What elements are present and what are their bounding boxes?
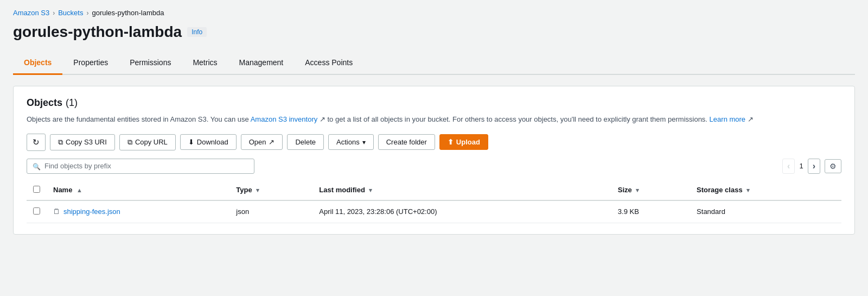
table-header: Name ▲ Type ▾ Last modified ▾ Size ▾ bbox=[27, 180, 841, 200]
tabs-container: Objects Properties Permissions Metrics M… bbox=[13, 52, 855, 75]
breadcrumb-sep-1: › bbox=[53, 9, 55, 17]
actions-button[interactable]: Actions bbox=[328, 134, 374, 150]
search-input[interactable] bbox=[44, 162, 248, 170]
row-last-modified-cell: April 11, 2023, 23:28:06 (UTC+02:00) bbox=[312, 200, 611, 223]
table-body: 🗒 shipping-fees.json json April 11, 2023… bbox=[27, 200, 841, 223]
page-number: 1 bbox=[799, 162, 803, 170]
open-icon bbox=[269, 138, 275, 146]
breadcrumb-amazon-s3[interactable]: Amazon S3 bbox=[13, 9, 49, 17]
card-description: Objects are the fundamental entities sto… bbox=[27, 114, 841, 125]
tab-objects[interactable]: Objects bbox=[13, 52, 62, 75]
col-storage-class[interactable]: Storage class ▾ bbox=[690, 180, 841, 200]
tab-metrics[interactable]: Metrics bbox=[182, 52, 228, 75]
row-type-cell: json bbox=[229, 200, 312, 223]
page-title-row: gorules-python-lambda Info bbox=[13, 23, 855, 41]
card-title: Objects bbox=[27, 97, 62, 109]
search-pagination-row: 1 bbox=[27, 159, 841, 174]
settings-icon bbox=[829, 162, 837, 171]
table-row: 🗒 shipping-fees.json json April 11, 2023… bbox=[27, 200, 841, 223]
card-header: Objects (1) bbox=[27, 97, 841, 109]
last-modified-sort-icon: ▾ bbox=[369, 187, 372, 193]
copy-s3-icon bbox=[58, 138, 63, 147]
external-icon-learn: ↗ bbox=[748, 115, 754, 123]
file-icon: 🗒 bbox=[53, 207, 60, 216]
size-sort-icon: ▾ bbox=[636, 187, 639, 193]
external-icon-s3: ↗ bbox=[320, 115, 328, 123]
pagination-controls: 1 bbox=[782, 159, 841, 174]
learn-more-link[interactable]: Learn more bbox=[710, 115, 745, 123]
select-all-checkbox[interactable] bbox=[33, 186, 40, 193]
breadcrumb: Amazon S3 › Buckets › gorules-python-lam… bbox=[13, 9, 855, 17]
delete-button[interactable]: Delete bbox=[287, 134, 324, 150]
page-title: gorules-python-lambda bbox=[13, 23, 182, 41]
prev-page-button[interactable] bbox=[782, 159, 795, 174]
row-name-cell: 🗒 shipping-fees.json bbox=[47, 200, 229, 223]
table-header-row: Name ▲ Type ▾ Last modified ▾ Size ▾ bbox=[27, 180, 841, 200]
tab-properties[interactable]: Properties bbox=[62, 52, 119, 75]
row-size-cell: 3.9 KB bbox=[611, 200, 690, 223]
next-page-button[interactable] bbox=[808, 159, 820, 174]
col-name[interactable]: Name ▲ bbox=[47, 180, 229, 200]
col-size[interactable]: Size ▾ bbox=[611, 180, 690, 200]
breadcrumb-buckets[interactable]: Buckets bbox=[58, 9, 83, 17]
search-box[interactable] bbox=[27, 159, 254, 174]
tab-management[interactable]: Management bbox=[228, 52, 295, 75]
content-card: Objects (1) Objects are the fundamental … bbox=[13, 86, 855, 235]
copy-url-icon bbox=[127, 138, 132, 147]
storage-sort-icon: ▾ bbox=[746, 187, 750, 193]
refresh-icon bbox=[33, 137, 40, 147]
toolbar: Copy S3 URI Copy URL Download Open Delet… bbox=[27, 134, 841, 151]
card-count: (1) bbox=[66, 97, 78, 109]
row-storage-class-cell: Standard bbox=[690, 200, 841, 223]
copy-s3-uri-button[interactable]: Copy S3 URI bbox=[50, 134, 115, 150]
file-name-link[interactable]: shipping-fees.json bbox=[63, 207, 120, 216]
upload-icon bbox=[448, 138, 454, 146]
row-checkbox[interactable] bbox=[33, 207, 40, 215]
table-settings-button[interactable] bbox=[825, 159, 841, 173]
col-last-modified[interactable]: Last modified ▾ bbox=[312, 180, 611, 200]
objects-table: Name ▲ Type ▾ Last modified ▾ Size ▾ bbox=[27, 180, 841, 223]
create-folder-button[interactable]: Create folder bbox=[378, 134, 435, 150]
download-icon bbox=[188, 138, 194, 146]
tab-access-points[interactable]: Access Points bbox=[294, 52, 363, 75]
select-all-col bbox=[27, 180, 47, 200]
chevron-left-icon bbox=[787, 162, 790, 171]
chevron-right-icon bbox=[813, 162, 815, 171]
col-type[interactable]: Type ▾ bbox=[229, 180, 312, 200]
copy-url-button[interactable]: Copy URL bbox=[119, 134, 176, 150]
search-icon bbox=[33, 162, 41, 171]
open-button[interactable]: Open bbox=[241, 134, 283, 150]
upload-button[interactable]: Upload bbox=[439, 134, 488, 150]
breadcrumb-current: gorules-python-lambda bbox=[92, 9, 164, 17]
actions-chevron-icon bbox=[362, 138, 366, 146]
row-checkbox-cell bbox=[27, 200, 47, 223]
refresh-button[interactable] bbox=[27, 134, 46, 151]
breadcrumb-sep-2: › bbox=[86, 9, 88, 17]
tab-permissions[interactable]: Permissions bbox=[119, 52, 182, 75]
name-sort-icon: ▲ bbox=[76, 187, 82, 193]
type-sort-icon: ▾ bbox=[256, 187, 259, 193]
s3-inventory-link[interactable]: Amazon S3 inventory bbox=[251, 115, 318, 123]
info-badge[interactable]: Info bbox=[187, 27, 207, 37]
download-button[interactable]: Download bbox=[180, 134, 237, 150]
